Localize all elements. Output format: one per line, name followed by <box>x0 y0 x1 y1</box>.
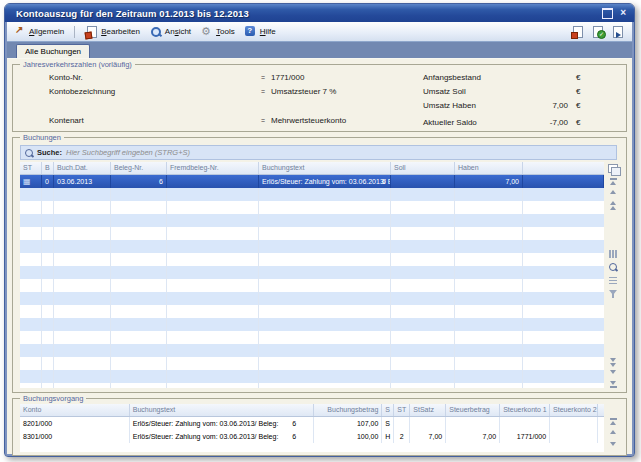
column-header-buchungsbetrag[interactable]: Buchungsbetrag <box>314 404 382 416</box>
empty-cell <box>523 344 604 357</box>
cell-st <box>394 417 410 430</box>
empty-cell <box>111 370 167 383</box>
menu-allgemein[interactable]: Allgemein <box>13 26 64 38</box>
column-header-soll[interactable]: Soll <box>391 162 455 174</box>
empty-cell <box>391 240 455 253</box>
scroll-down-button[interactable] <box>608 370 618 374</box>
empty-cell <box>391 344 455 357</box>
empty-cell <box>42 201 54 214</box>
empty-cell <box>167 266 259 279</box>
close-window-icon[interactable]: × <box>620 8 626 18</box>
column-header-buchungstext[interactable]: Buchungstext <box>130 404 315 416</box>
cell-stsatz: 7,00 <box>410 430 446 443</box>
bookings-table-body: ▦003.06.20136Erlös/Steuer: Zahlung vom: … <box>20 175 604 388</box>
cell-steuerkonto2 <box>550 430 598 443</box>
column-header-stsatz[interactable]: StSatz <box>410 404 446 416</box>
scroll-up-button[interactable] <box>608 190 618 194</box>
transaction-row[interactable]: 8201/000Erlös/Steuer: Zahlung vom: 03.06… <box>20 417 604 430</box>
empty-cell <box>54 214 111 227</box>
empty-cell <box>523 188 604 201</box>
column-header-b[interactable]: B <box>42 162 54 174</box>
empty-cell <box>167 201 259 214</box>
empty-cell <box>259 370 391 383</box>
equals-bullet: = <box>261 117 265 124</box>
menu-hilfe[interactable]: Hilfe <box>244 26 276 38</box>
search-input[interactable]: Suche: Hier Suchbegriff eingeben (STRG+S… <box>20 145 617 160</box>
page-down-button[interactable] <box>608 358 618 367</box>
column-header-fremdbelegnr[interactable]: Fremdbeleg-Nr. <box>167 162 259 174</box>
tab-alle-buchungen[interactable]: Alle Buchungen <box>16 44 90 58</box>
menu-label: Hilfe <box>260 27 276 36</box>
cell-buchungstext: Erlös/Steuer: Zahlung vom: 03.06.2013/ B… <box>259 175 391 188</box>
empty-cell <box>42 253 54 266</box>
restore-window-icon[interactable] <box>602 8 613 19</box>
scroll-to-top-button[interactable] <box>608 178 618 185</box>
field-value: 1771/000 <box>271 73 304 82</box>
page-up-button[interactable] <box>608 201 618 210</box>
scroll-up-button[interactable] <box>608 430 618 434</box>
scroll-down-button[interactable] <box>608 442 618 446</box>
magnifier-icon[interactable] <box>608 263 618 271</box>
toolbar-right-icons <box>571 26 626 38</box>
empty-cell <box>259 227 391 240</box>
cell-steuerkonto2 <box>550 417 598 430</box>
column-header-s[interactable]: S <box>382 404 394 416</box>
bookings-table-header: ST B Buch.Dat. Beleg-Nr. Fremdbeleg-Nr. … <box>20 162 604 175</box>
cell-buchdat: 03.06.2013 <box>54 175 111 188</box>
empty-cell <box>167 331 259 344</box>
report-document-icon[interactable] <box>571 26 584 38</box>
booking-row[interactable]: ▦003.06.20136Erlös/Steuer: Zahlung vom: … <box>20 175 604 188</box>
column-header-steuerkonto1[interactable]: Steuerkonto 1 <box>500 404 550 416</box>
column-header-konto[interactable]: Konto <box>20 404 130 416</box>
transaction-row[interactable]: 8301/000Erlös/Steuer: Zahlung vom: 03.06… <box>20 430 604 443</box>
empty-cell <box>54 227 111 240</box>
column-header-buchdat[interactable]: Buch.Dat. <box>54 162 111 174</box>
empty-cell <box>259 253 391 266</box>
column-header-haben[interactable]: Haben <box>455 162 523 174</box>
field-label: Kontenart <box>49 116 84 125</box>
empty-cell <box>54 305 111 318</box>
menu-tools[interactable]: Tools <box>200 26 235 38</box>
column-header-belegnr[interactable]: Beleg-Nr. <box>111 162 167 174</box>
column-chooser-icon[interactable] <box>608 164 618 173</box>
column-header-st[interactable]: ST <box>20 162 42 174</box>
export-document-icon[interactable] <box>611 26 624 38</box>
scroll-to-top-button[interactable] <box>608 418 618 425</box>
empty-row <box>20 227 604 240</box>
main-panel: Jahresverkehrszahlen (vorläufig) Konto-N… <box>7 58 632 454</box>
checked-document-icon[interactable] <box>591 26 604 38</box>
column-header-steuerkonto2[interactable]: Steuerkonto 2 <box>550 404 598 416</box>
column-header-buchungstext[interactable]: Buchungstext <box>259 162 391 174</box>
menu-ansicht[interactable]: Ansicht <box>149 26 191 38</box>
empty-cell <box>42 240 54 253</box>
empty-row <box>20 253 604 266</box>
empty-cell <box>523 357 604 370</box>
currency-symbol: € <box>576 73 580 82</box>
menu-bearbeiten[interactable]: Bearbeiten <box>85 26 140 38</box>
empty-cell <box>54 383 111 388</box>
filter-icon[interactable] <box>608 290 618 295</box>
empty-cell <box>42 292 54 305</box>
list-icon[interactable] <box>608 277 618 285</box>
empty-cell <box>42 305 54 318</box>
column-header-st[interactable]: ST <box>394 404 410 416</box>
scroll-to-bottom-button[interactable] <box>608 381 618 388</box>
empty-cell <box>523 370 604 383</box>
buchungstext-text: Erlös/Steuer: Zahlung vom: 03.06.2013/ B… <box>262 178 391 185</box>
cell-spacer <box>598 417 604 430</box>
empty-cell <box>455 331 523 344</box>
empty-cell <box>54 188 111 201</box>
column-header-steuerbetrag[interactable]: Steuerbetrag <box>446 404 500 416</box>
buchungstext-text: Erlös/Steuer: Zahlung vom: 03.06.2013/ B… <box>133 433 279 440</box>
empty-cell <box>111 266 167 279</box>
empty-cell <box>167 370 259 383</box>
empty-cell <box>54 266 111 279</box>
empty-cell <box>54 357 111 370</box>
empty-cell <box>42 188 54 201</box>
search-label: Suche: <box>37 148 62 157</box>
empty-cell <box>455 253 523 266</box>
empty-row <box>20 318 604 331</box>
columns-icon[interactable] <box>608 250 618 258</box>
empty-cell <box>167 292 259 305</box>
titlebar[interactable]: Kontoauszug für den Zeitraum 01.2013 bis… <box>5 4 634 22</box>
